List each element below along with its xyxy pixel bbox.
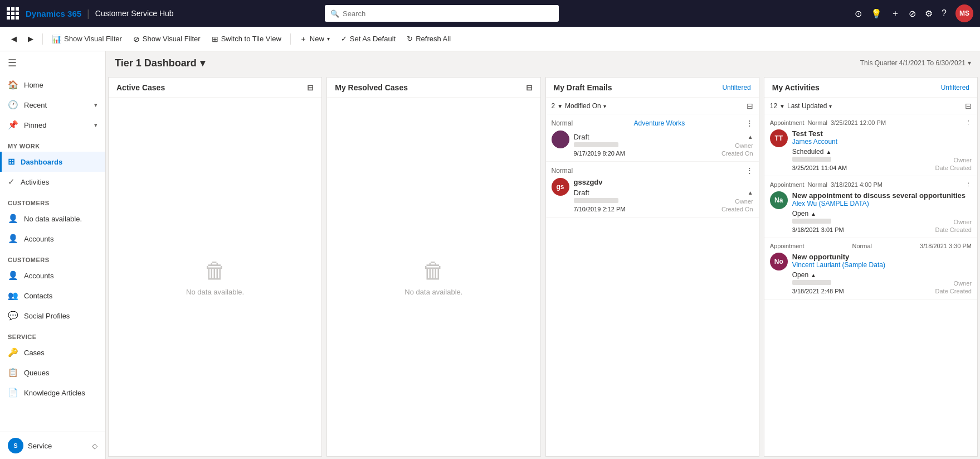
activity-3-status: Open ▲ [792, 271, 816, 279]
dashboard-date-range[interactable]: This Quarter 4/1/2021 To 6/30/2021 ▾ [860, 59, 971, 67]
activity-2-name: New appointment to discuss several oppor… [792, 191, 972, 200]
home-icon: 🏠 [8, 80, 18, 90]
blurred-act-1 [792, 157, 831, 162]
sidebar-item-home[interactable]: 🏠 Home [0, 75, 105, 95]
check-circle-icon[interactable]: ⊙ [855, 8, 862, 19]
activity-1-date: 3/25/2021 11:04 AM [792, 165, 847, 171]
sidebar-contacts[interactable]: 👥 Contacts [0, 286, 105, 306]
activity-1-avatar: TT [770, 129, 788, 147]
activity-1-name: Test Test [792, 129, 972, 138]
email-1-avatar [552, 131, 569, 148]
sidebar-item-pinned[interactable]: 📌 Pinned ▾ [0, 115, 105, 135]
email-1-created-label: Created On [721, 150, 753, 157]
search-input[interactable] [343, 9, 553, 18]
email-1-status: Draft [574, 133, 589, 141]
dashboard-title-container[interactable]: Tier 1 Dashboard ▾ [115, 57, 205, 69]
sidebar-item-recent[interactable]: 🕐 Recent ▾ [0, 95, 105, 115]
activity-2-body: Na New appointment to discuss several op… [770, 191, 972, 233]
sidebar-bottom-item[interactable]: S Service ◇ [0, 432, 105, 459]
activity-1-date-row: 3/25/2021 11:04 AM Date Created [792, 165, 972, 171]
visual-filter-button[interactable]: 📊 Show Visual Filter [47, 30, 126, 48]
resolved-cases-no-data: No data available. [404, 288, 462, 296]
activities-sort-down-icon: ▼ [779, 103, 785, 109]
activity-2-sub[interactable]: Alex Wu (SAMPLE DATA) [792, 200, 972, 207]
sidebar-queues[interactable]: 📋 Queues [0, 363, 105, 383]
search-bar[interactable]: 🔍 [325, 5, 559, 22]
sidebar-hamburger[interactable]: ☰ [0, 51, 105, 75]
activity-2-content: New appointment to discuss several oppor… [792, 191, 972, 233]
email-2-priority: Normal [552, 167, 573, 175]
sidebar-cases[interactable]: 🔑 Cases [0, 342, 105, 363]
sidebar-bottom-label: Service [28, 442, 52, 450]
resolved-cases-grid-icon[interactable]: ⊟ [526, 83, 533, 92]
email-2-status-chevron-icon: ▲ [748, 190, 753, 196]
sidebar-item-activities[interactable]: ✓ Activities [0, 172, 105, 192]
global-filter-button[interactable]: ⊘ Show Visual Filter [129, 30, 205, 48]
top-nav-right: ⊙ 💡 ＋ ⊘ ⚙ ? MS [855, 4, 973, 22]
cases-label: Cases [24, 349, 45, 357]
app-grid-menu[interactable] [7, 7, 19, 20]
visual-filter-label: Show Visual Filter [64, 35, 122, 43]
email-2-status: Draft [574, 189, 589, 197]
activity-2-date-label: Date Created [935, 226, 972, 233]
sidebar-knowledge-articles[interactable]: 📄 Knowledge Articles [0, 383, 105, 403]
sidebar-item-accounts[interactable]: 👤 No data available. [0, 209, 105, 229]
toolbar-sep-2 [290, 33, 291, 45]
email-2-date-row: 7/10/2019 2:12 PM Created On [574, 206, 753, 212]
new-button[interactable]: ＋ New ▾ [295, 30, 334, 48]
global-filter-label: Show Visual Filter [143, 35, 201, 43]
help-icon[interactable]: ? [942, 8, 947, 18]
refresh-button[interactable]: ↻ Refresh All [402, 30, 455, 48]
resolved-cases-title: My Resolved Cases [335, 83, 408, 92]
sidebar-accounts[interactable]: 👤 Accounts [0, 265, 105, 286]
draft-emails-title: My Draft Emails [554, 83, 612, 92]
active-cases-title: Active Cases [116, 83, 165, 92]
filter-icon[interactable]: ⊘ [909, 8, 916, 19]
email-2-status-row: Draft ▲ [574, 189, 753, 197]
activity-3-date-label: Date Created [935, 288, 972, 294]
activities-sort[interactable]: 12 ▼ Last Updated ▾ [770, 102, 832, 110]
sidebar-item-dashboards[interactable]: ⊞ Dashboards [0, 152, 105, 172]
activities-list: Appointment Normal 3/25/2021 12:00 PM ⋮ … [764, 114, 977, 456]
dashboard-chevron-icon: ▾ [200, 57, 205, 69]
user-avatar[interactable]: MS [955, 4, 973, 22]
active-cases-no-data: No data available. [186, 288, 244, 296]
sort-down-icon: ▼ [557, 103, 563, 109]
activity-2-type: Appointment [770, 181, 805, 188]
forward-icon: ▶ [28, 35, 33, 43]
activity-3-sub[interactable]: Vincent Lauriant (Sample Data) [792, 261, 972, 269]
pinned-label: Pinned [24, 121, 46, 129]
active-cases-grid-icon[interactable]: ⊟ [307, 83, 314, 92]
draft-emails-sort[interactable]: 2 ▼ Modified On ▾ [552, 102, 606, 110]
settings-icon[interactable]: ⚙ [925, 8, 933, 19]
activities-count: 12 [770, 102, 777, 110]
activities-sort-field: Last Updated [787, 102, 827, 110]
back-button[interactable]: ◀ [7, 30, 21, 48]
sidebar-bottom-diamond-icon: ◇ [92, 442, 97, 450]
brand-logo[interactable]: Dynamics 365 [26, 9, 81, 18]
dashboard-title: Tier 1 Dashboard [115, 57, 197, 69]
activity-2-kebab[interactable]: ⋮ [966, 181, 972, 188]
resolved-cases-body: 🗑 No data available. [327, 98, 540, 456]
accounts-label: No data available. [24, 215, 82, 223]
set-default-button[interactable]: ✓ Set As Default [337, 30, 400, 48]
sidebar-item-accounts[interactable]: 👤 Accounts [0, 229, 105, 249]
email-2-created-label: Created On [721, 206, 753, 212]
email-1-kebab[interactable]: ⋮ [746, 119, 753, 127]
resolved-cases-panel: My Resolved Cases ⊟ 🗑 No data available. [326, 77, 540, 457]
draft-emails-view-icon[interactable]: ⊟ [747, 102, 753, 110]
activities-view-icon[interactable]: ⊟ [965, 102, 972, 110]
email-2-kebab[interactable]: ⋮ [746, 166, 753, 175]
activity-1-status-row: Scheduled ▲ [792, 148, 972, 156]
sidebar-social-profiles[interactable]: 💬 Social Profiles [0, 306, 105, 326]
activity-1-kebab[interactable]: ⋮ [966, 119, 972, 126]
lightbulb-icon[interactable]: 💡 [871, 8, 882, 19]
service-section-label: Service [0, 326, 105, 342]
add-icon[interactable]: ＋ [891, 8, 900, 20]
activity-3-chevron-icon: ▲ [811, 272, 816, 278]
email-1-company[interactable]: Adventure Works [634, 119, 685, 127]
forward-button[interactable]: ▶ [23, 30, 38, 48]
activity-1-sub[interactable]: James Account [792, 138, 972, 146]
activity-1-content: Test Test James Account Scheduled ▲ [792, 129, 972, 171]
tile-view-button[interactable]: ⊞ Switch to Tile View [207, 30, 286, 48]
